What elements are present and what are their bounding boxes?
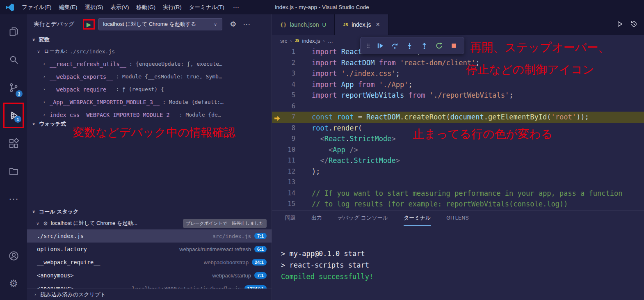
vscode-logo-icon[interactable] — [5, 2, 15, 12]
watch-empty-area — [27, 129, 272, 206]
variable-row[interactable]: › __webpack_exports__: Module {__esModul… — [27, 70, 272, 83]
variable-row[interactable]: › index_css__WEBPACK_IMPORTED_MODULE_2__… — [27, 108, 272, 118]
tab-debug-console[interactable]: デバッグ コンソール — [338, 211, 388, 226]
chevron-collapsed-icon: › — [42, 87, 47, 92]
step-out-icon[interactable] — [418, 39, 431, 53]
chevron-expanded-icon: ∨ — [35, 221, 40, 226]
debug-config-gear-icon[interactable]: ⚙ — [230, 20, 236, 29]
line-number[interactable]: 10 — [272, 144, 295, 156]
tab-terminal[interactable]: ターミナル — [404, 211, 431, 226]
variable-row[interactable]: › _App__WEBPACK_IMPORTED_MODULE_3__: Mod… — [27, 96, 272, 108]
code-text — [295, 177, 312, 188]
line-number[interactable]: 13 — [272, 177, 295, 188]
code-line-15[interactable]: 15// to log results (for example: report… — [272, 199, 644, 210]
tab-gitlens[interactable]: GITLENS — [446, 211, 469, 226]
search-icon[interactable] — [3, 46, 24, 73]
close-tab-icon[interactable]: × — [376, 21, 380, 28]
code-line-7[interactable]: 7const root = ReactDOM.createRoot(docume… — [272, 112, 644, 123]
line-number[interactable]: 2 — [272, 57, 295, 69]
scope-local[interactable]: ∨ ローカル: ./src/index.js — [27, 45, 272, 57]
line-number[interactable]: 9 — [272, 133, 295, 144]
loaded-scripts-section-header[interactable]: › 読み込み済みのスクリプト — [27, 289, 272, 300]
menu-terminal[interactable]: ターミナル(T) — [185, 2, 228, 13]
code-line-14[interactable]: 14// If you want to start measuring perf… — [272, 188, 644, 199]
menu-edit[interactable]: 編集(E) — [55, 2, 81, 13]
terminal-output[interactable]: > my-app@0.1.0 start > react-scripts sta… — [272, 226, 644, 300]
tab-problems[interactable]: 問題 — [285, 211, 296, 226]
menu-run[interactable]: 実行(R) — [159, 2, 185, 13]
line-number[interactable]: 7 — [272, 112, 295, 123]
code-text: import './index.css'; — [295, 68, 400, 79]
debug-session-row[interactable]: ∨ ⚙ localhost に対して Chrome を起動... ブレークポイン… — [27, 217, 272, 229]
line-number[interactable]: 5 — [272, 90, 295, 101]
step-over-icon[interactable] — [388, 39, 402, 53]
variable-row[interactable]: › __webpack_require__: ƒ (request) { — [27, 83, 272, 96]
tab-launch-json[interactable]: {} launch.json U — [272, 14, 335, 35]
explorer-icon[interactable] — [3, 18, 24, 46]
tab-output[interactable]: 出力 — [311, 211, 322, 226]
menu-selection[interactable]: 選択(S) — [81, 2, 107, 13]
launch-config-dropdown[interactable]: localhost に対して Chrome を起動する ∨ — [98, 18, 222, 30]
breadcrumb-file[interactable]: index.js — [302, 38, 320, 44]
toolbar-drag-grip-icon[interactable] — [364, 42, 372, 49]
line-number[interactable]: 14 — [272, 188, 295, 199]
line-number[interactable]: 8 — [272, 123, 295, 134]
code-line-13[interactable]: 13 — [272, 177, 644, 188]
step-into-icon[interactable] — [403, 39, 416, 53]
call-stack-frame[interactable]: ./src/index.js src/index.js 7:1 — [27, 229, 272, 243]
chevron-collapsed-icon: › — [42, 100, 47, 104]
call-stack-frame[interactable]: __webpack_require__ webpack/bootstrap 24… — [27, 256, 272, 269]
variable-row[interactable]: › __react_refresh_utils__: {enqueueUpdat… — [27, 57, 272, 70]
restart-icon[interactable] — [432, 39, 446, 53]
call-stack-frame[interactable]: <anonymous> localhost:3000/static/js/bun… — [27, 282, 272, 289]
extensions-icon[interactable] — [3, 129, 24, 157]
run-and-debug-icon[interactable]: 1 — [3, 101, 24, 129]
code-text: import App from './App'; — [295, 79, 413, 90]
activity-more-icon[interactable]: ⋯ — [3, 185, 24, 213]
code-line-4[interactable]: 4import App from './App'; — [272, 79, 644, 90]
timeline-history-icon[interactable] — [630, 21, 637, 29]
editor-tab-bar: {} launch.json U JS index.js × — [272, 14, 644, 35]
line-number[interactable]: 12 — [272, 166, 295, 177]
vscode-window: ファイル(F) 編集(E) 選択(S) 表示(V) 移動(G) 実行(R) ター… — [0, 0, 644, 300]
menu-view[interactable]: 表示(V) — [107, 2, 133, 13]
annotation-toolbar-note-line1: 再開、ステップオーバー、 — [470, 40, 610, 55]
menu-more-icon[interactable]: ⋯ — [228, 4, 244, 11]
folder-icon[interactable] — [3, 157, 24, 185]
code-line-6[interactable]: 6 — [272, 101, 644, 112]
stop-icon[interactable] — [447, 39, 461, 53]
code-line-12[interactable]: 12); — [272, 166, 644, 177]
line-number[interactable]: 3 — [272, 68, 295, 79]
debug-views-more-icon[interactable]: ⋯ — [243, 20, 251, 29]
call-stack-section-header[interactable]: ∨ コール スタック — [27, 206, 272, 217]
account-icon[interactable] — [3, 242, 24, 270]
start-debug-button[interactable]: ▶ — [87, 21, 91, 27]
call-stack-frame[interactable]: <anonymous> webpack/startup 7:1 — [27, 269, 272, 282]
menu-go[interactable]: 移動(G) — [133, 2, 160, 13]
line-number[interactable]: 6 — [272, 101, 295, 112]
variables-section-header[interactable]: ∨ 変数 — [27, 34, 272, 45]
settings-gear-icon[interactable]: ⚙ — [3, 270, 24, 298]
activity-bar: 3 1 ⋯ ⚙ — [0, 14, 27, 300]
continue-icon[interactable] — [373, 39, 387, 53]
menu-file[interactable]: ファイル(F) — [18, 2, 55, 13]
panel-tab-bar: 問題 出力 デバッグ コンソール ターミナル GITLENS — [272, 211, 644, 226]
code-line-5[interactable]: 5import reportWebVitals from './reportWe… — [272, 90, 644, 101]
code-line-11[interactable]: 11 </React.StrictMode> — [272, 155, 644, 166]
breadcrumb-symbol-more[interactable]: … — [328, 38, 333, 44]
source-control-icon[interactable]: 3 — [3, 73, 24, 101]
line-number[interactable]: 1 — [272, 46, 295, 57]
title-bar: ファイル(F) 編集(E) 選択(S) 表示(V) 移動(G) 実行(R) ター… — [0, 0, 644, 14]
run-file-icon[interactable] — [616, 21, 623, 29]
line-number[interactable]: 11 — [272, 155, 295, 166]
editor-actions — [616, 14, 644, 35]
annotation-box-start-button: ▶ — [83, 19, 95, 30]
code-line-10[interactable]: 10 <App /> — [272, 144, 644, 156]
line-number[interactable]: 15 — [272, 199, 295, 210]
run-and-debug-label: 実行とデバッグ — [34, 21, 75, 28]
tab-index-js[interactable]: JS index.js × — [335, 14, 388, 35]
call-stack-frame[interactable]: options.factory webpack/runtime/react re… — [27, 243, 272, 256]
annotation-toolbar-note-line2: 停止などの制御アイコン — [466, 62, 594, 78]
line-number[interactable]: 4 — [272, 79, 295, 90]
breadcrumb-folder[interactable]: src — [280, 38, 287, 44]
